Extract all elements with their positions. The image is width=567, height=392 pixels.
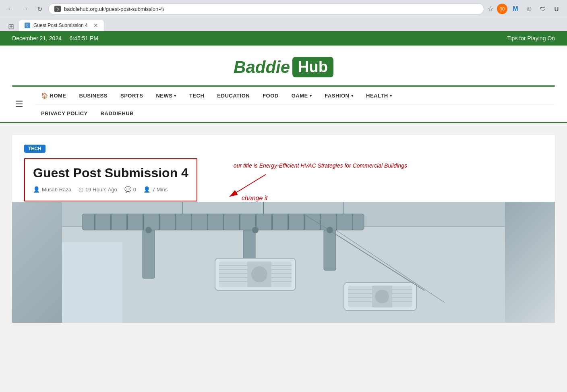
tab-bar: ⊞ b Guest Post Submission 4 ✕ — [0, 18, 567, 31]
annotation-bottom: change it — [242, 195, 543, 202]
nav-home[interactable]: 🏠HOME — [35, 90, 73, 101]
svg-rect-21 — [336, 214, 337, 230]
nav-game[interactable]: GAME ▾ — [285, 90, 319, 101]
ticker-text: Tips for Playing On — [507, 35, 555, 41]
time-ago: 19 Hours Ago — [85, 187, 117, 193]
svg-point-34 — [251, 266, 267, 282]
nav-row-2: PRIVACY POLICY BADDIEHUB — [35, 104, 555, 122]
tab-close[interactable]: ✕ — [93, 22, 98, 29]
bookmark-button[interactable]: ☆ — [487, 4, 494, 13]
ext-fire[interactable]: 30 — [497, 4, 507, 14]
svg-rect-22 — [352, 214, 353, 230]
svg-rect-10 — [159, 214, 160, 230]
svg-rect-45 — [62, 242, 122, 323]
url-text: baddiehub.org.uk/guest-post-submission-4… — [64, 6, 478, 12]
site-icon: b — [54, 6, 61, 12]
comments-meta: 💬 0 — [124, 186, 136, 193]
svg-rect-25 — [324, 230, 336, 270]
nav-tech[interactable]: TECH — [183, 90, 211, 101]
tech-badge[interactable]: TECH — [24, 145, 46, 153]
svg-point-48 — [145, 227, 152, 233]
svg-rect-9 — [143, 214, 144, 230]
author-meta: 👤 Musab Raza — [33, 186, 71, 193]
nav-sports[interactable]: SPORTS — [114, 90, 149, 101]
logo-area: Baddie Hub — [0, 46, 567, 85]
readtime-icon: 👤 — [143, 186, 150, 193]
navigation: ☰ 🏠HOME BUSINESS SPORTS NEWS ▾ TECH EDUC… — [0, 87, 567, 123]
svg-rect-12 — [191, 214, 192, 230]
comment-count: 0 — [133, 187, 136, 193]
ext-c[interactable]: © — [524, 3, 535, 15]
ext-shield[interactable]: 🛡 — [537, 3, 548, 15]
readtime-meta: 👤 7 Mins — [143, 186, 168, 193]
active-tab[interactable]: b Guest Post Submission 4 ✕ — [19, 20, 104, 31]
page-wrapper: December 21, 2024 6:45:51 PM Tips for Pl… — [0, 31, 567, 335]
time-meta: ◴ 19 Hours Ago — [79, 186, 117, 193]
svg-rect-20 — [320, 214, 321, 230]
read-time: 7 Mins — [152, 187, 168, 193]
svg-rect-6 — [94, 214, 95, 230]
nav-fashion[interactable]: FASHION ▾ — [318, 90, 360, 101]
svg-line-1 — [230, 174, 266, 197]
title-box: Guest Post Submission 4 👤 Musab Raza ◴ 1… — [24, 158, 197, 201]
site-logo[interactable]: Baddie Hub — [234, 57, 333, 77]
clock-icon: ◴ — [79, 186, 83, 193]
author-icon: 👤 — [33, 186, 40, 193]
tab-favicon: b — [25, 23, 30, 28]
refresh-button[interactable]: ↻ — [34, 3, 45, 15]
logo-text1: Baddie — [234, 58, 290, 77]
nav-business[interactable]: BUSINESS — [73, 90, 114, 101]
top-info-bar: December 21, 2024 6:45:51 PM Tips for Pl… — [0, 31, 567, 46]
date: December 21, 2024 — [12, 35, 62, 41]
hamburger-menu[interactable]: ☰ — [12, 96, 27, 113]
svg-point-49 — [327, 227, 333, 233]
svg-rect-46 — [62, 242, 64, 323]
hvac-illustration — [12, 202, 555, 323]
article-container: TECH Guest Post Submission 4 👤 Musab Raz… — [12, 135, 555, 202]
nav-baddiehub[interactable]: BADDIEHUB — [94, 108, 141, 119]
article-title: Guest Post Submission 4 — [33, 166, 188, 180]
svg-rect-23 — [143, 230, 155, 278]
nav-food[interactable]: FOOD — [256, 90, 285, 101]
tabs-grid-icon[interactable]: ⊞ — [8, 22, 14, 31]
time: 6:45:51 PM — [69, 35, 98, 41]
main-nav: 🏠HOME BUSINESS SPORTS NEWS ▾ TECH EDUCAT… — [35, 87, 555, 122]
svg-rect-19 — [304, 214, 305, 230]
ext-u[interactable]: U — [551, 3, 562, 15]
svg-point-42 — [375, 290, 389, 303]
comment-icon: 💬 — [124, 186, 131, 193]
nav-privacy[interactable]: PRIVACY POLICY — [35, 108, 94, 119]
date-time: December 21, 2024 6:45:51 PM — [12, 35, 98, 41]
tab-title: Guest Post Submission 4 — [33, 23, 88, 28]
svg-rect-8 — [126, 214, 128, 230]
back-button[interactable]: ← — [5, 3, 16, 15]
ext-m[interactable]: M — [510, 3, 521, 15]
annotation-top: our title is Energy-Efficient HVAC Strat… — [234, 162, 543, 169]
svg-rect-14 — [223, 214, 224, 230]
nav-row-1: 🏠HOME BUSINESS SPORTS NEWS ▾ TECH EDUCAT… — [35, 87, 555, 104]
browser-chrome: ← → ↻ b baddiehub.org.uk/guest-post-subm… — [0, 0, 567, 18]
svg-rect-13 — [207, 214, 208, 230]
nav-health[interactable]: HEALTH ▾ — [360, 90, 398, 101]
svg-rect-18 — [288, 214, 289, 230]
browser-extensions: 30 M © 🛡 U — [497, 3, 562, 15]
address-bar[interactable]: b baddiehub.org.uk/guest-post-submission… — [48, 3, 484, 15]
svg-rect-15 — [239, 214, 240, 230]
svg-rect-24 — [243, 230, 255, 262]
svg-point-47 — [252, 227, 259, 233]
svg-rect-17 — [271, 214, 273, 230]
nav-news[interactable]: NEWS ▾ — [149, 90, 183, 101]
nav-education[interactable]: EDUCATION — [211, 90, 256, 101]
article-image — [12, 202, 555, 323]
logo-text2: Hub — [292, 57, 333, 77]
article-meta: 👤 Musab Raza ◴ 19 Hours Ago 💬 0 — [33, 186, 188, 193]
svg-rect-7 — [110, 214, 112, 230]
content-area: TECH Guest Post Submission 4 👤 Musab Raz… — [0, 123, 567, 335]
forward-button[interactable]: → — [19, 3, 31, 15]
svg-rect-11 — [175, 214, 176, 230]
author-name: Musab Raza — [42, 187, 71, 193]
